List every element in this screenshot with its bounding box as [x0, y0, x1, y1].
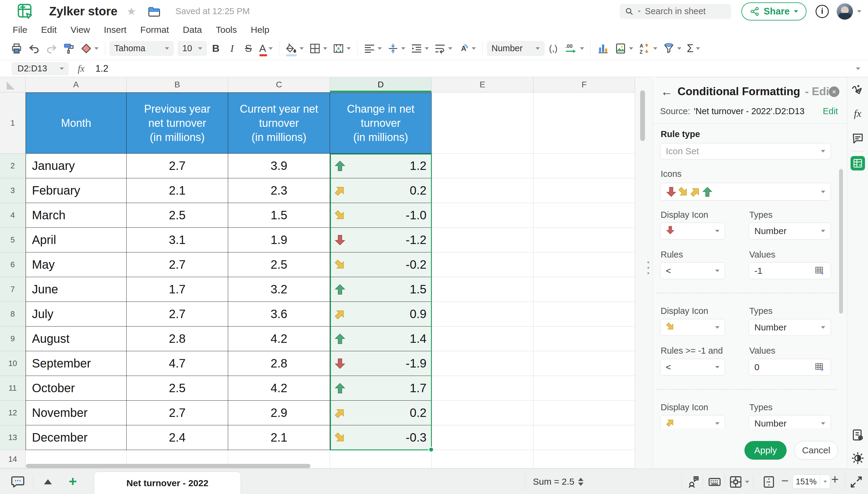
formula-input[interactable]: 1.2 [95, 63, 108, 74]
user-avatar[interactable] [837, 3, 853, 20]
cell-E2[interactable] [431, 154, 533, 178]
undo-button[interactable] [26, 40, 42, 57]
cell-A9[interactable]: August [25, 326, 127, 351]
cell-F7[interactable] [533, 277, 635, 302]
cell-E6[interactable] [431, 252, 533, 277]
cell-E14[interactable] [431, 450, 533, 469]
range-picker-icon[interactable] [814, 362, 825, 373]
cell-D4[interactable]: -1.0 [330, 203, 431, 228]
fullscreen-icon[interactable] [849, 475, 863, 489]
cell-F1[interactable] [533, 93, 635, 154]
row-header-12[interactable]: 12 [0, 401, 25, 425]
column-header-F[interactable]: F [533, 77, 635, 93]
eraser-chevron-icon[interactable] [94, 47, 98, 50]
cell-F12[interactable] [533, 401, 635, 425]
header-cell-C1[interactable]: Current year net turnover (in millions) [228, 93, 330, 154]
column-header-A[interactable]: A [25, 77, 127, 93]
account-chevron-icon[interactable] [857, 10, 861, 13]
wrap-text-chevron-icon[interactable] [448, 47, 453, 50]
row-header-1[interactable]: 1 [0, 93, 25, 154]
row-header-14[interactable]: 14 [0, 450, 25, 469]
cell-E11[interactable] [431, 376, 533, 401]
cell-B10[interactable]: 4.7 [127, 351, 228, 376]
row-header-9[interactable]: 9 [0, 326, 25, 351]
cell-C11[interactable]: 4.2 [228, 376, 330, 401]
indent-button[interactable] [409, 40, 431, 57]
cell-E8[interactable] [431, 302, 533, 326]
zoom-level-select[interactable]: 151% [792, 474, 830, 489]
folder-icon[interactable] [148, 5, 161, 17]
display-icon-select[interactable] [660, 319, 725, 336]
insert-chart-button[interactable] [595, 40, 611, 57]
info-button[interactable]: i [816, 5, 829, 18]
redo-button[interactable] [43, 40, 60, 57]
cell-C13[interactable]: 2.1 [228, 425, 330, 450]
rule-value-input[interactable]: -1 [749, 262, 831, 279]
sheet-tab-active[interactable]: Net turnover - 2022 [94, 472, 241, 494]
sum-function-button[interactable]: Σ [685, 40, 702, 57]
insert-image-chevron-icon[interactable] [629, 47, 633, 50]
vertical-align-button[interactable] [385, 40, 407, 57]
font-family-select[interactable]: Tahoma [109, 41, 174, 56]
cell-D7[interactable]: 1.5 [330, 277, 431, 302]
formula-bar-expand-icon[interactable] [856, 68, 860, 70]
merge-chevron-icon[interactable] [347, 47, 351, 50]
format-painter-button[interactable] [61, 40, 77, 57]
cell-D2[interactable]: 1.2 [330, 154, 431, 178]
menu-item-help[interactable]: Help [251, 25, 270, 35]
cell-A13[interactable]: December [25, 425, 127, 450]
theme-brightness-icon[interactable] [851, 451, 865, 465]
row-header-8[interactable]: 8 [0, 302, 25, 326]
cell-A10[interactable]: September [25, 351, 127, 376]
font-color-chevron-icon[interactable] [269, 47, 273, 50]
name-box[interactable]: D2:D13 [12, 62, 69, 75]
fx-icon[interactable]: fx [78, 63, 85, 74]
sum-chevron-icon[interactable] [696, 47, 700, 50]
borders-chevron-icon[interactable] [323, 47, 327, 50]
panel-scrollbar[interactable] [839, 169, 843, 314]
vertical-scrollbar[interactable] [640, 90, 645, 141]
cell-A3[interactable]: February [25, 178, 127, 203]
print-button[interactable] [8, 40, 25, 57]
sort-button[interactable]: A Z [636, 40, 660, 57]
freeze-panes-icon[interactable] [762, 475, 776, 489]
horizontal-align-chevron-icon[interactable] [377, 47, 382, 50]
cell-F8[interactable] [533, 302, 635, 326]
cell-E7[interactable] [431, 277, 533, 302]
cell-F3[interactable] [533, 178, 635, 203]
comments-icon[interactable] [851, 132, 864, 145]
strikethrough-button[interactable]: S [241, 40, 256, 57]
sheet-list-button[interactable] [44, 479, 52, 484]
range-picker-icon[interactable] [814, 265, 825, 276]
italic-button[interactable]: I [224, 40, 240, 57]
cell-D6[interactable]: -0.2 [330, 252, 431, 277]
cell-C2[interactable]: 3.9 [228, 154, 330, 178]
cell-C9[interactable]: 4.2 [228, 326, 330, 351]
row-header-11[interactable]: 11 [0, 376, 25, 401]
menu-item-insert[interactable]: Insert [104, 25, 127, 35]
cell-E3[interactable] [431, 178, 533, 203]
rule-value-input[interactable]: 0 [749, 359, 831, 376]
row-header-13[interactable]: 13 [0, 425, 25, 450]
row-header-3[interactable]: 3 [0, 178, 25, 203]
cell-E13[interactable] [431, 425, 533, 450]
cell-D13[interactable]: -0.3 [330, 425, 431, 450]
panel-resize-handle[interactable] [647, 262, 649, 274]
cell-C8[interactable]: 3.6 [228, 302, 330, 326]
add-sheet-button[interactable]: + [69, 474, 77, 488]
collaborators-icon[interactable] [687, 475, 700, 489]
window-layout-button[interactable] [729, 475, 749, 489]
cell-B6[interactable]: 2.7 [127, 252, 228, 277]
name-box-chevron-icon[interactable] [60, 68, 64, 70]
cell-F14[interactable] [533, 450, 635, 469]
filter-chevron-icon[interactable] [677, 47, 681, 50]
decimal-chevron-icon[interactable] [580, 47, 584, 50]
cancel-button[interactable]: Cancel [794, 441, 838, 460]
cell-B2[interactable]: 2.7 [127, 154, 228, 178]
cell-F2[interactable] [533, 154, 635, 178]
menu-item-file[interactable]: File [13, 25, 27, 35]
menu-item-data[interactable]: Data [183, 25, 202, 35]
row-header-6[interactable]: 6 [0, 252, 25, 277]
types-select[interactable]: Number [749, 319, 831, 336]
layout-chevron-icon[interactable] [745, 481, 749, 483]
